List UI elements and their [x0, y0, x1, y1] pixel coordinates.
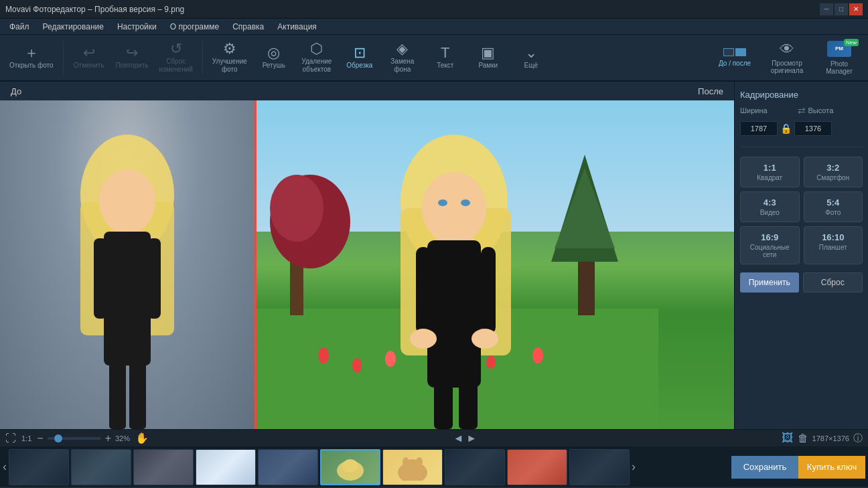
text-button[interactable]: T Текст: [425, 37, 465, 78]
zoom-in-button[interactable]: +: [105, 432, 111, 444]
before-after-button[interactable]: До / после: [711, 37, 758, 78]
before-image: [0, 100, 255, 429]
height-input[interactable]: [794, 121, 832, 136]
preview-label: Просмотроригинала: [771, 60, 803, 74]
link-dimensions-icon[interactable]: ⇄: [798, 105, 806, 116]
frames-label: Рамки: [478, 62, 498, 70]
svg-rect-7: [109, 362, 126, 429]
apply-button[interactable]: Применить: [740, 272, 799, 293]
before-after-label: До / после: [719, 60, 751, 67]
filmstrip-item-4[interactable]: [196, 449, 256, 485]
enhance-label: Улучшениефото: [212, 58, 247, 74]
filmstrip-item-7[interactable]: [382, 449, 443, 485]
filmstrip-item-6[interactable]: [320, 449, 380, 485]
prev-image-button[interactable]: ◄: [453, 432, 463, 444]
preset-ratio-16-10: 16:10: [822, 232, 844, 242]
menu-file[interactable]: Файл: [3, 21, 36, 33]
filmstrip-item-1[interactable]: [9, 449, 69, 485]
zoom-controls: − + 32%: [37, 432, 130, 444]
toolbar-separator-2: [202, 41, 203, 74]
svg-point-3: [99, 169, 155, 234]
frames-button[interactable]: ▣ Рамки: [468, 37, 508, 78]
toolbar: ＋ Открыть фото ↩ Отменить ↪ Повторить ↺ …: [0, 35, 868, 82]
crop-preset-16-10[interactable]: 16:10 Планшет: [804, 226, 863, 264]
retouch-button[interactable]: ◎ Ретушь: [254, 37, 294, 78]
redo-button[interactable]: ↪ Повторить: [112, 37, 153, 78]
lock-icon[interactable]: 🔒: [780, 123, 792, 134]
menu-edit[interactable]: Редактирование: [36, 21, 111, 33]
crop-preset-3-2[interactable]: 3:2 Смартфон: [804, 157, 863, 187]
svg-point-24: [422, 172, 486, 244]
crop-preset-4-3[interactable]: 4:3 Видео: [740, 191, 800, 222]
maximize-button[interactable]: □: [835, 3, 848, 15]
redo-icon: ↪: [126, 46, 138, 60]
reset-button[interactable]: ↺ Сбросизменений: [155, 37, 196, 78]
photo-manager-label: PhotoManager: [826, 60, 852, 75]
bottom-toolbar: ⛶ 1:1 − + 32% ✋ ◄ ► 🖼 🗑 1787×1376 ⓘ: [0, 429, 868, 446]
svg-rect-4: [104, 232, 151, 365]
text-icon: T: [441, 46, 449, 60]
remove-icon: ⬡: [310, 42, 323, 56]
canvas-labels: До После: [0, 82, 734, 100]
filmstrip-item-10[interactable]: [569, 449, 630, 485]
retouch-icon: ◎: [267, 46, 280, 60]
menu-about[interactable]: О программе: [163, 21, 226, 33]
reset-crop-button[interactable]: Сброс: [803, 272, 863, 293]
menu-settings[interactable]: Настройки: [111, 21, 163, 33]
filmstrip-item-3[interactable]: [133, 449, 194, 485]
filmstrip-item-5[interactable]: [258, 449, 318, 485]
crop-button[interactable]: ⊡ Обрезка: [340, 37, 380, 78]
preset-ratio-5-4: 5:4: [826, 197, 839, 208]
minimize-button[interactable]: ─: [820, 3, 833, 15]
svg-rect-33: [459, 382, 478, 429]
zoom-out-button[interactable]: −: [37, 432, 43, 444]
filmstrip: ‹: [0, 446, 868, 487]
menu-activate[interactable]: Активация: [271, 21, 323, 33]
open-photo-button[interactable]: ＋ Открыть фото: [5, 37, 58, 78]
preset-ratio-3-2: 3:2: [826, 163, 839, 173]
preset-name-social: Социальные сети: [743, 244, 796, 258]
width-input[interactable]: [740, 121, 778, 136]
after-label: После: [367, 86, 734, 96]
canvas-content[interactable]: [0, 100, 734, 429]
zoom-1-1-button[interactable]: 1:1: [21, 434, 31, 442]
more-button[interactable]: ⌄ Ещё: [511, 37, 551, 78]
titlebar: Movavi Фоторедактор – Пробная версия – 9…: [0, 0, 868, 19]
save-button[interactable]: Сохранить: [731, 456, 798, 479]
image-dimensions: 1787×1376: [812, 434, 849, 442]
enhance-button[interactable]: ⚙ Улучшениефото: [208, 37, 251, 78]
filmstrip-next-button[interactable]: ›: [632, 460, 636, 474]
eye-icon: 👁: [780, 41, 794, 58]
filmstrip-item-8[interactable]: [445, 449, 505, 485]
filmstrip-item-9[interactable]: [507, 449, 567, 485]
delete-image-icon[interactable]: 🗑: [798, 432, 808, 444]
info-icon[interactable]: ⓘ: [853, 432, 863, 444]
redo-label: Повторить: [116, 62, 149, 70]
crop-preset-1-1[interactable]: 1:1 Квадрат: [740, 157, 800, 187]
svg-point-31: [472, 329, 498, 349]
buy-key-button[interactable]: Купить ключ: [798, 456, 865, 479]
crop-preset-5-4[interactable]: 5:4 Фото: [804, 191, 863, 222]
replace-bg-button[interactable]: ◈ Заменафона: [382, 37, 423, 78]
menu-help[interactable]: Справка: [226, 21, 271, 33]
canvas-area: До После: [0, 82, 734, 429]
fullscreen-button[interactable]: ⛶: [5, 432, 16, 444]
close-button[interactable]: ✕: [849, 3, 863, 15]
preset-name-photo: Фото: [825, 209, 841, 216]
hand-tool-button[interactable]: ✋: [135, 432, 149, 444]
svg-point-39: [416, 457, 423, 467]
remove-objects-button[interactable]: ⬡ Удалениеобъектов: [297, 37, 337, 78]
photo-manager-button[interactable]: New PM PhotoManager: [816, 37, 863, 78]
image-thumbnail-icon[interactable]: 🖼: [782, 431, 794, 445]
preview-button[interactable]: 👁 Просмотроригинала: [764, 37, 810, 78]
separator: [740, 147, 863, 147]
zoom-slider[interactable]: [48, 437, 101, 440]
undo-button[interactable]: ↩ Отменить: [69, 37, 109, 78]
next-image-button[interactable]: ►: [466, 432, 477, 444]
crop-preset-16-9[interactable]: 16:9 Социальные сети: [740, 226, 800, 264]
before-label: До: [0, 86, 367, 96]
filmstrip-item-2[interactable]: [71, 449, 131, 485]
preset-ratio-1-1: 1:1: [764, 163, 776, 173]
filmstrip-prev-button[interactable]: ‹: [3, 460, 7, 474]
navigation-arrows: ◄ ►: [453, 432, 477, 444]
